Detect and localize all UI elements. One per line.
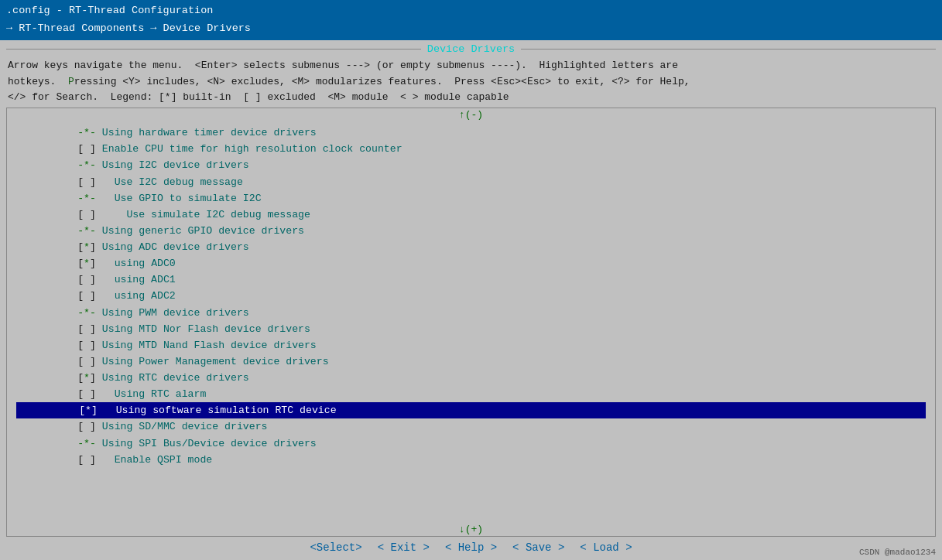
menu-item-1[interactable]: -*- Using hardware timer device drivers: [16, 125, 926, 141]
menu-item-20[interactable]: -*- Using SPI Bus/Device device drivers: [16, 435, 926, 452]
menu-item-9[interactable]: [*] using ADC0: [16, 255, 926, 271]
menu-item-13[interactable]: [ ] Using MTD Nor Flash device drivers: [16, 321, 926, 337]
menu-item-17[interactable]: [ ] Using RTC alarm: [16, 386, 926, 402]
bottom-bar: <Select>< Exit >< Help >< Save >< Load >: [0, 537, 942, 560]
menu-item-16[interactable]: [*] Using RTC device drivers: [16, 370, 926, 386]
help-button[interactable]: < Help >: [444, 541, 498, 554]
menu-item-14[interactable]: [ ] Using MTD Nand Flash device drivers: [16, 337, 926, 353]
content-box: ↑(-) -*- Using hardware timer device dri…: [6, 108, 936, 537]
scroll-up-arrow[interactable]: ↑(-): [7, 108, 935, 121]
menu-item-7[interactable]: -*- Using generic GPIO device drivers: [16, 223, 926, 239]
menu-item-2[interactable]: [ ] Enable CPU time for high resolution …: [16, 141, 926, 157]
title-line2: → RT-Thread Components → Device Drivers: [6, 22, 251, 36]
menu-item-4[interactable]: [ ] Use I2C debug message: [16, 174, 926, 190]
load-button[interactable]: < Load >: [578, 541, 633, 554]
watermark: CSDN @madao1234: [859, 548, 936, 557]
info-line-1: Arrow keys navigate the menu. <Enter> se…: [8, 58, 934, 74]
menu-item-8[interactable]: [*] Using ADC device drivers: [16, 239, 926, 255]
titlebar: .config - RT-Thread Configuration → RT-T…: [0, 0, 942, 40]
menu-item-12[interactable]: -*- Using PWM device drivers: [16, 305, 926, 321]
title-line1: .config - RT-Thread Configuration: [6, 4, 213, 19]
section-title: Device Drivers: [421, 43, 521, 55]
menu-list: -*- Using hardware timer device drivers …: [7, 121, 935, 523]
info-line-2: hotkeys. Pressing <Y> includes, <N> excl…: [8, 74, 934, 90]
scroll-down-arrow[interactable]: ↓(+): [7, 523, 935, 536]
menu-item-15[interactable]: [ ] Using Power Management device driver…: [16, 353, 926, 370]
menu-item-6[interactable]: [ ] Use simulate I2C debug message: [16, 207, 926, 223]
info-line-3: </> for Search. Legend: [*] built-in [ ]…: [8, 90, 934, 106]
menu-item-18[interactable]: [*] Using software simulation RTC device: [16, 402, 926, 418]
exit-button[interactable]: < Exit >: [376, 541, 431, 554]
app: .config - RT-Thread Configuration → RT-T…: [0, 0, 942, 560]
menu-item-11[interactable]: [ ] using ADC2: [16, 288, 926, 304]
menu-item-3[interactable]: -*- Using I2C device drivers: [16, 157, 926, 173]
main-content: Device Drivers Arrow keys navigate the m…: [0, 40, 942, 560]
select-button[interactable]: <Select>: [308, 541, 363, 554]
menu-item-19[interactable]: [ ] Using SD/MMC device drivers: [16, 418, 926, 435]
info-block: Arrow keys navigate the menu. <Enter> se…: [0, 55, 942, 108]
menu-item-21[interactable]: [ ] Enable QSPI mode: [16, 452, 926, 468]
save-button[interactable]: < Save >: [511, 541, 566, 554]
menu-item-10[interactable]: [ ] using ADC1: [16, 271, 926, 288]
menu-item-5[interactable]: -*- Use GPIO to simulate I2C: [16, 190, 926, 207]
